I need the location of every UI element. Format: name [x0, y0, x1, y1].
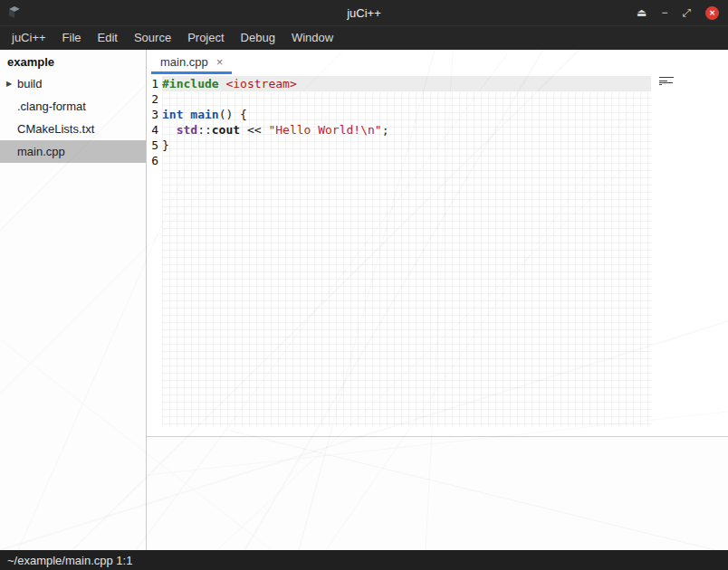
- eject-button[interactable]: ⏏: [637, 7, 647, 18]
- main-pane: main.cpp × 1#include <iostream>23int mai…: [147, 50, 728, 550]
- menu-item-project[interactable]: Project: [179, 26, 232, 50]
- file-tree: ▶build.clang-formatCMakeLists.txtmain.cp…: [0, 72, 146, 163]
- token: ::: [197, 123, 212, 137]
- token: ;: [382, 123, 389, 137]
- tab-bar: main.cpp ×: [147, 50, 728, 74]
- status-bar: ~/example/main.cpp 1:1: [0, 550, 728, 570]
- line-number: 3: [147, 107, 158, 122]
- code-content: [162, 91, 651, 107]
- token: cout: [212, 123, 240, 137]
- tab-main-cpp[interactable]: main.cpp ×: [151, 50, 232, 74]
- status-text: ~/example/main.cpp 1:1: [7, 554, 132, 567]
- minimap-line: [659, 81, 667, 81]
- tree-item-label: build: [15, 77, 42, 90]
- restore-button[interactable]: ⤢: [682, 7, 691, 18]
- token: () {: [219, 108, 247, 121]
- tree-item-cmakelists-txt[interactable]: CMakeLists.txt: [0, 118, 146, 140]
- token: <<: [240, 123, 268, 137]
- code-line-3[interactable]: 3int main() {: [147, 107, 728, 122]
- code-content: std::cout << "Hello World!\n";: [162, 122, 651, 138]
- menu-item-debug[interactable]: Debug: [233, 26, 283, 50]
- minimap-line: [659, 77, 674, 78]
- tree-item-build[interactable]: ▶build: [0, 72, 146, 95]
- tree-item-label: .clang-format: [15, 100, 86, 113]
- expander-icon[interactable]: ▶: [0, 80, 15, 88]
- token: main: [190, 108, 218, 121]
- token: #include: [162, 77, 219, 90]
- app-window: juCi++ ⏏ − ⤢ ✕ juCi++FileEditSourceProje…: [0, 0, 728, 570]
- code-line-1[interactable]: 1#include <iostream>: [147, 76, 728, 91]
- code-line-5[interactable]: 5}: [147, 138, 728, 153]
- content-area: example ▶build.clang-formatCMakeLists.tx…: [0, 50, 728, 550]
- token: "Hello World!\n": [268, 123, 381, 137]
- line-number: 6: [147, 153, 158, 168]
- menu-bar: juCi++FileEditSourceProjectDebugWindow: [0, 25, 728, 50]
- minimize-button[interactable]: −: [661, 7, 667, 18]
- project-root-label[interactable]: example: [0, 50, 146, 72]
- code-content: #include <iostream>: [162, 76, 651, 91]
- window-controls: ⏏ − ⤢ ✕: [637, 6, 728, 20]
- title-bar[interactable]: juCi++ ⏏ − ⤢ ✕: [0, 0, 728, 25]
- file-browser-sidebar: example ▶build.clang-formatCMakeLists.tx…: [0, 50, 147, 550]
- token: std: [177, 123, 197, 137]
- tree-item-main-cpp[interactable]: main.cpp: [0, 140, 146, 163]
- code-content: int main() {: [162, 107, 651, 122]
- token: int: [162, 108, 183, 121]
- line-number: 1: [147, 76, 158, 91]
- code-content: }: [162, 138, 651, 153]
- tree-item-clang-format[interactable]: .clang-format: [0, 95, 146, 118]
- code-line-2[interactable]: 2: [147, 91, 728, 107]
- tab-label: main.cpp: [160, 55, 208, 69]
- menu-item-source[interactable]: Source: [126, 26, 179, 50]
- tab-close-icon[interactable]: ×: [216, 55, 224, 69]
- token: [162, 123, 177, 137]
- menu-item-juci[interactable]: juCi++: [4, 26, 54, 50]
- line-number: 5: [147, 138, 158, 153]
- menu-item-window[interactable]: Window: [283, 26, 341, 50]
- window-title: juCi++: [0, 6, 728, 20]
- editor-lines: 1#include <iostream>23int main() {4 std:…: [147, 76, 728, 168]
- app-icon: [7, 5, 22, 20]
- code-content: [162, 153, 651, 168]
- code-line-6[interactable]: 6: [147, 153, 728, 168]
- token: }: [162, 138, 169, 152]
- line-number: 2: [147, 91, 158, 107]
- tree-item-label: main.cpp: [15, 145, 65, 158]
- token: <iostream>: [225, 77, 296, 90]
- tree-item-label: CMakeLists.txt: [15, 122, 94, 136]
- minimap-line: [659, 82, 673, 83]
- code-line-4[interactable]: 4 std::cout << "Hello World!\n";: [147, 122, 728, 138]
- menu-item-edit[interactable]: Edit: [90, 26, 126, 50]
- line-number: 4: [147, 122, 158, 138]
- minimap[interactable]: [659, 77, 677, 88]
- code-editor[interactable]: 1#include <iostream>23int main() {4 std:…: [147, 74, 728, 436]
- menu-item-file[interactable]: File: [54, 26, 90, 50]
- output-panel[interactable]: [147, 436, 728, 550]
- close-button[interactable]: ✕: [705, 6, 719, 20]
- minimap-line: [659, 84, 662, 85]
